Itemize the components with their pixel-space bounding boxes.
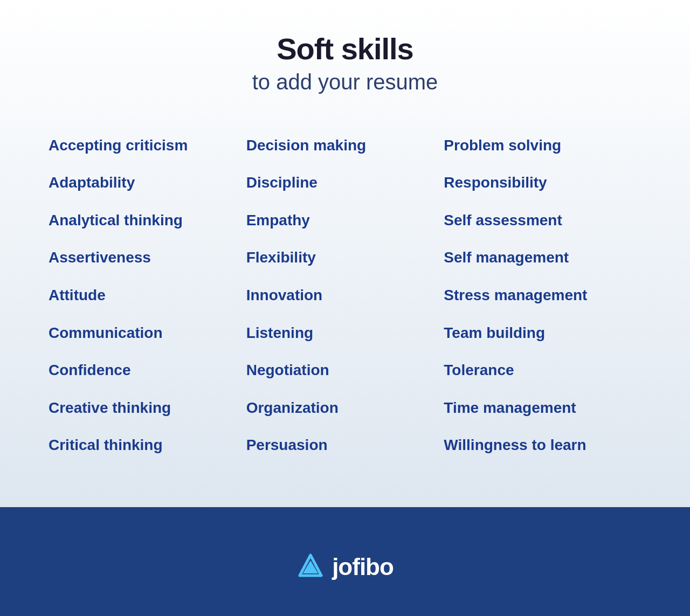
skills-grid: Accepting criticismAdaptabilityAnalytica… bbox=[49, 127, 641, 464]
skill-item: Flexibility bbox=[246, 239, 444, 276]
skill-item: Persuasion bbox=[246, 426, 444, 464]
skill-item: Confidence bbox=[49, 351, 246, 389]
skill-item: Listening bbox=[246, 314, 444, 352]
skill-item: Attitude bbox=[49, 276, 246, 314]
skill-item: Accepting criticism bbox=[49, 127, 246, 164]
skill-item: Time management bbox=[444, 389, 641, 427]
skill-item: Stress management bbox=[444, 276, 641, 314]
skills-column-3: Problem solvingResponsibilitySelf assess… bbox=[444, 127, 641, 464]
skills-column-2: Decision makingDisciplineEmpathyFlexibil… bbox=[246, 127, 444, 464]
skill-item: Self assessment bbox=[444, 202, 641, 239]
skill-item: Analytical thinking bbox=[49, 202, 246, 239]
skill-item: Decision making bbox=[246, 127, 444, 164]
skill-item: Team building bbox=[444, 314, 641, 352]
skill-item: Communication bbox=[49, 314, 246, 352]
page-subtitle: to add your resume bbox=[43, 70, 647, 94]
skills-column-1: Accepting criticismAdaptabilityAnalytica… bbox=[49, 127, 246, 464]
skill-item: Discipline bbox=[246, 164, 444, 202]
skill-item: Willingness to learn bbox=[444, 426, 641, 464]
skill-item: Critical thinking bbox=[49, 426, 246, 464]
jofibo-logo-icon bbox=[296, 553, 325, 581]
skill-item: Responsibility bbox=[444, 164, 641, 202]
logo-text: jofibo bbox=[332, 553, 394, 580]
page-title: Soft skills bbox=[43, 32, 647, 66]
skill-item: Negotiation bbox=[246, 351, 444, 389]
skill-item: Problem solving bbox=[444, 127, 641, 164]
skill-item: Self management bbox=[444, 239, 641, 276]
skill-item: Innovation bbox=[246, 276, 444, 314]
skill-item: Creative thinking bbox=[49, 389, 246, 427]
skill-item: Tolerance bbox=[444, 351, 641, 389]
header: Soft skills to add your resume bbox=[43, 32, 647, 94]
footer: jofibo bbox=[0, 507, 690, 616]
skill-item: Empathy bbox=[246, 202, 444, 239]
skill-item: Organization bbox=[246, 389, 444, 427]
main-content: Soft skills to add your resume Accepting… bbox=[0, 0, 690, 507]
skill-item: Assertiveness bbox=[49, 239, 246, 276]
logo-container: jofibo bbox=[296, 553, 394, 581]
skill-item: Adaptability bbox=[49, 164, 246, 202]
